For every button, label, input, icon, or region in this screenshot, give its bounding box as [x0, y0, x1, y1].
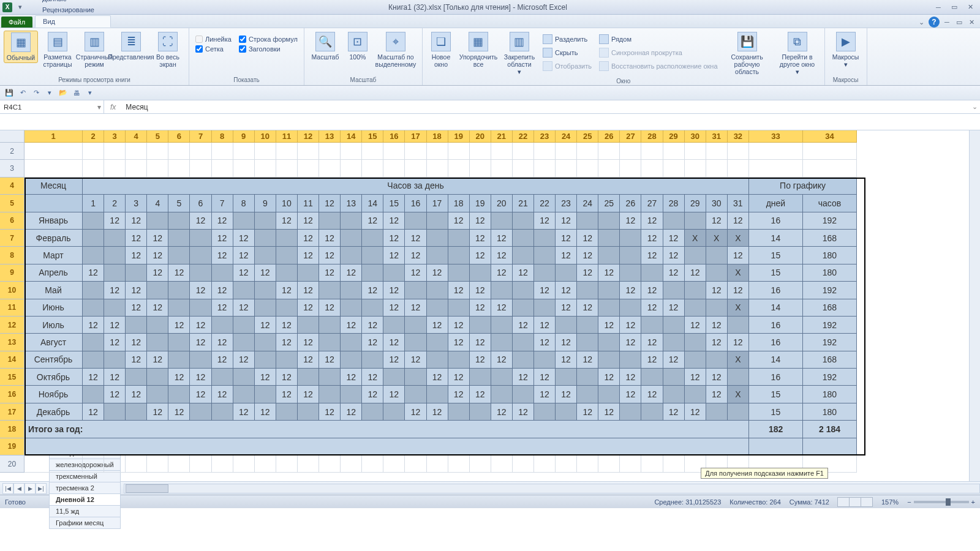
day-cell[interactable]: 12 — [168, 264, 190, 282]
day-cell[interactable]: X — [728, 351, 749, 369]
day-cell[interactable] — [298, 317, 319, 334]
day-number[interactable]: 15 — [383, 195, 405, 212]
day-number[interactable]: 7 — [212, 195, 233, 212]
day-cell[interactable] — [513, 351, 534, 369]
day-cell[interactable] — [104, 403, 126, 421]
day-number[interactable]: 21 — [513, 195, 534, 212]
hours-total[interactable]: 192 — [803, 334, 857, 351]
day-cell[interactable]: 12 — [383, 351, 405, 369]
vertical-scrollbar[interactable] — [969, 130, 980, 481]
day-cell[interactable] — [126, 369, 147, 386]
day-cell[interactable] — [598, 386, 620, 403]
day-cell[interactable] — [383, 317, 405, 334]
day-cell[interactable] — [620, 264, 641, 282]
day-cell[interactable] — [341, 247, 362, 264]
day-cell[interactable]: 12 — [147, 247, 168, 264]
column-header[interactable]: 18 — [427, 130, 448, 143]
hours-total[interactable]: 180 — [803, 247, 857, 264]
day-cell[interactable] — [362, 230, 383, 247]
day-cell[interactable] — [319, 282, 341, 299]
day-cell[interactable]: 12 — [383, 299, 405, 317]
day-cell[interactable] — [405, 282, 426, 299]
day-cell[interactable]: 12 — [577, 299, 598, 317]
ribbon-tab[interactable]: Вид — [35, 15, 111, 28]
day-cell[interactable]: 12 — [405, 264, 426, 282]
day-cell[interactable]: 12 — [341, 317, 362, 334]
day-cell[interactable] — [685, 247, 706, 264]
day-cell[interactable]: 12 — [126, 334, 147, 351]
day-cell[interactable] — [620, 247, 641, 264]
day-cell[interactable] — [405, 386, 426, 403]
scroll-thumb[interactable] — [126, 484, 168, 493]
day-cell[interactable] — [147, 386, 168, 403]
day-cell[interactable]: 12 — [190, 317, 211, 334]
day-cell[interactable] — [104, 247, 126, 264]
day-cell[interactable] — [362, 351, 383, 369]
month-name[interactable]: Июль — [24, 317, 83, 334]
day-cell[interactable] — [341, 230, 362, 247]
day-cell[interactable]: 12 — [491, 247, 513, 264]
day-cell[interactable] — [491, 212, 513, 230]
fx-icon[interactable]: fx — [110, 103, 116, 111]
day-cell[interactable]: 12 — [470, 386, 491, 403]
day-cell[interactable] — [513, 282, 534, 299]
days-total[interactable]: 16 — [749, 212, 803, 230]
save-icon[interactable]: 💾 — [4, 88, 15, 99]
day-cell[interactable]: 12 — [83, 369, 104, 386]
column-header[interactable]: 32 — [728, 130, 749, 143]
day-cell[interactable]: 12 — [405, 299, 426, 317]
row-header[interactable]: 14 — [0, 351, 24, 369]
day-cell[interactable] — [147, 369, 168, 386]
total-hours[interactable]: 2 184 — [803, 421, 857, 438]
day-cell[interactable] — [556, 317, 577, 334]
day-cell[interactable]: 12 — [383, 230, 405, 247]
day-cell[interactable]: 12 — [168, 317, 190, 334]
month-name[interactable]: Ноябрь — [24, 386, 83, 403]
day-cell[interactable] — [319, 369, 341, 386]
day-cell[interactable]: 12 — [513, 369, 534, 386]
hours-total[interactable]: 180 — [803, 264, 857, 282]
day-cell[interactable] — [513, 247, 534, 264]
day-cell[interactable]: 12 — [383, 386, 405, 403]
day-number[interactable]: 29 — [685, 195, 706, 212]
day-cell[interactable]: 12 — [491, 299, 513, 317]
row-header[interactable]: 15 — [0, 369, 24, 386]
day-cell[interactable]: 12 — [362, 212, 383, 230]
day-cell[interactable] — [534, 247, 556, 264]
day-cell[interactable] — [255, 299, 276, 317]
day-cell[interactable]: 12 — [147, 264, 168, 282]
day-cell[interactable] — [706, 247, 728, 264]
day-cell[interactable]: 12 — [104, 212, 126, 230]
day-cell[interactable] — [190, 264, 211, 282]
column-header[interactable]: 9 — [233, 130, 255, 143]
day-cell[interactable]: 12 — [298, 282, 319, 299]
days-total[interactable]: 14 — [749, 299, 803, 317]
day-cell[interactable]: 12 — [298, 212, 319, 230]
day-cell[interactable] — [341, 386, 362, 403]
day-cell[interactable]: 12 — [620, 282, 641, 299]
day-cell[interactable] — [448, 403, 470, 421]
day-cell[interactable] — [276, 351, 298, 369]
day-cell[interactable]: 12 — [233, 264, 255, 282]
day-cell[interactable]: 12 — [598, 264, 620, 282]
day-cell[interactable]: 12 — [491, 403, 513, 421]
day-cell[interactable]: 12 — [126, 247, 147, 264]
day-cell[interactable] — [470, 369, 491, 386]
new-window-button[interactable]: ❏Новое окно — [426, 31, 456, 69]
row-header[interactable]: 20 — [0, 455, 24, 473]
day-cell[interactable] — [620, 299, 641, 317]
day-cell[interactable] — [104, 230, 126, 247]
day-cell[interactable]: 12 — [556, 386, 577, 403]
day-cell[interactable] — [491, 369, 513, 386]
day-cell[interactable] — [126, 403, 147, 421]
header-days[interactable]: дней — [749, 195, 803, 212]
day-cell[interactable] — [427, 386, 448, 403]
day-cell[interactable]: 12 — [383, 247, 405, 264]
day-cell[interactable]: 12 — [298, 247, 319, 264]
column-header[interactable]: 23 — [534, 130, 556, 143]
day-cell[interactable] — [685, 212, 706, 230]
days-total[interactable]: 16 — [749, 317, 803, 334]
days-total[interactable]: 15 — [749, 264, 803, 282]
day-cell[interactable]: 12 — [126, 299, 147, 317]
total-label[interactable]: Итого за год: — [24, 421, 749, 438]
